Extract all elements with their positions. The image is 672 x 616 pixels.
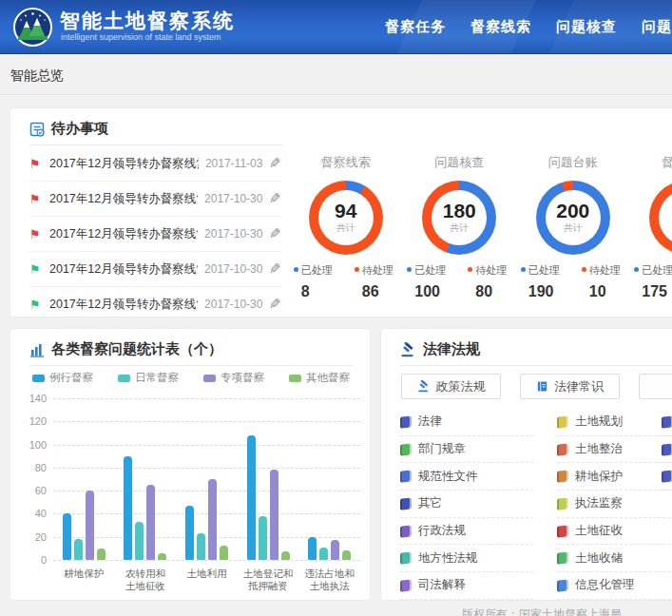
bar-例行督察[interactable] [247,435,256,560]
legal-item[interactable]: 法律 [400,409,533,436]
legal-item-label: 信息化管理 [575,577,635,593]
book-icon [662,471,672,483]
bar-日常督察[interactable] [74,539,83,560]
donut-title: 督察线索 [289,154,403,171]
donut-group: 督察线索94共计已处理8待处理86 [289,108,403,318]
y-axis-tick: 100 [18,439,47,451]
book-icon [557,471,568,483]
edit-pencil-icon[interactable]: ✎ [269,225,281,242]
divider [0,94,672,95]
donut-title: 督察任务 [630,154,672,171]
edit-pencil-icon[interactable]: ✎ [269,296,281,313]
bar-例行督察[interactable] [185,506,194,560]
edit-pencil-icon[interactable]: ✎ [269,190,281,207]
bar-group [63,491,106,560]
bar-日常督察[interactable] [197,533,205,560]
donut-total-value: 200 [556,201,589,221]
gridline [53,398,360,399]
bar-日常督察[interactable] [135,522,144,560]
legend-dot [634,267,639,272]
legal-item[interactable]: 执法监察 [557,491,672,518]
flag-icon: ⚑ [29,158,43,170]
legal-item[interactable] [662,409,672,436]
legend-dot [407,267,412,272]
todo-item-text[interactable]: 2017年12月领导转办督察线索 [49,297,198,313]
legend-item[interactable]: 其他督察 [289,371,350,385]
stat-value: 10 [582,283,625,300]
y-axis-tick: 140 [18,393,47,404]
bar-其他督察[interactable] [97,549,106,560]
legal-item[interactable]: 土地征收 [557,518,672,546]
legal-item[interactable]: 部门规章 [400,436,533,464]
legal-item[interactable]: 司法解释 [400,572,533,600]
nav-item-1[interactable]: 督察任务 [385,18,442,36]
legend-swatch [203,375,216,382]
bar-专项督察[interactable] [146,485,155,560]
legal-tab-2[interactable]: 法律常识 [520,374,620,399]
bar-group [124,456,166,560]
book-icon [557,579,568,591]
donut-title: 问题核查 [403,154,517,171]
bar-专项督察[interactable] [270,470,278,560]
legend-dot [582,267,586,272]
bar-其他督察[interactable] [158,553,166,560]
donut-center: 200共计 [546,190,601,245]
legend-item[interactable]: 专项督察 [203,371,264,385]
stat-label: 已处理 [634,263,672,278]
edit-pencil-icon[interactable]: ✎ [269,155,281,172]
todo-item-date: 2017-11-03 [205,157,263,170]
y-axis-tick: 120 [18,415,47,427]
legal-item[interactable]: 行政法规 [400,518,533,546]
bar-例行督察[interactable] [124,456,132,560]
book-icon [557,443,568,455]
legend-label: 专项督察 [221,371,264,385]
legal-item-label: 土地规划 [575,414,623,430]
todo-item-text[interactable]: 2017年12月领导转办督察线索 [49,156,199,172]
todo-item-text[interactable]: 2017年12月领导转办督察线索 [49,226,198,242]
legal-item[interactable]: 土地收储 [557,545,672,572]
legal-item[interactable] [662,436,672,464]
legal-tab-1[interactable]: 政策法规 [401,374,501,399]
bar-专项督察[interactable] [86,491,94,560]
legend-item[interactable]: 日常督察 [118,371,179,385]
edit-pencil-icon[interactable]: ✎ [269,260,281,278]
app-logo-mountain-icon [13,8,52,47]
bar-日常督察[interactable] [319,548,328,560]
todo-item-text[interactable]: 2017年12月领导转办督察线索 [49,261,198,278]
nav-item-4[interactable]: 问题台账 [642,18,672,36]
book-icon [557,525,568,537]
legal-card-title: 法律法规 [423,340,480,358]
todo-item-text[interactable]: 2017年12月领导转办督察线索 [49,191,198,207]
nav-item-3[interactable]: 问题核查 [556,18,613,36]
bar-例行督察[interactable] [308,537,317,560]
donut-center: 94共计 [318,190,374,245]
bar-其他督察[interactable] [281,551,290,560]
bar-专项督察[interactable] [208,479,217,560]
bar-日常督察[interactable] [259,516,267,560]
legal-item[interactable]: 地方性法规 [400,545,533,572]
legal-tab-label: 法律常识 [554,378,604,395]
bar-例行督察[interactable] [63,513,71,560]
legal-item[interactable]: 规范性文件 [400,463,533,491]
legal-item[interactable]: 信息化管理 [557,572,672,600]
bar-其他督察[interactable] [342,550,351,560]
legend-swatch [32,375,45,382]
x-axis-category: 违法占地和 土地执法 [298,568,360,592]
bar-chart-title: 各类督察问题统计表（个） [51,340,222,358]
legal-item[interactable] [662,463,672,491]
legal-item[interactable]: 土地整治 [557,436,672,464]
legal-item[interactable]: 土地规划 [557,409,672,436]
legend-item[interactable]: 例行督察 [32,371,93,385]
dashboard-page: 智能土地督察系统 intelligent supervision of stat… [0,0,672,616]
bar-专项督察[interactable] [331,540,339,560]
legal-item[interactable]: 耕地保护 [557,463,672,491]
legend-dot [294,267,298,272]
bar-其他督察[interactable] [220,546,228,560]
legend-dot [468,267,472,272]
donut-total-value: 94 [335,201,356,221]
legal-tab-3[interactable] [639,374,672,399]
bar-chart-legend: 例行督察日常督察专项督察其他督察 [10,371,372,385]
book-icon [662,443,672,455]
legal-item[interactable]: 其它 [400,491,533,518]
nav-item-2[interactable]: 督察线索 [470,18,528,36]
